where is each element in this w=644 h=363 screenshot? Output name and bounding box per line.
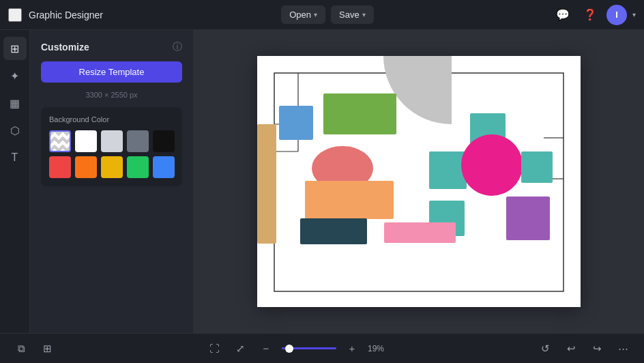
color-swatch-orange[interactable]	[75, 156, 97, 178]
comment-button[interactable]: 💬	[552, 4, 574, 26]
panel-title: Customize	[41, 42, 89, 53]
open-button[interactable]: Open ▾	[281, 5, 325, 24]
sidebar-item-shapes[interactable]: ⬡	[3, 119, 27, 142]
customize-panel: Customize ⓘ Resize Template 3300 × 2550 …	[30, 30, 194, 333]
canvas-shape-purple-rect[interactable]	[506, 197, 550, 240]
zoom-percentage: 19%	[368, 344, 388, 353]
canvas-shape-teal-rect-mr[interactable]	[521, 151, 553, 183]
canvas-shape-navy-rect[interactable]	[300, 218, 367, 244]
bottombar-center: ⛶ ⤢ − + 19%	[204, 338, 388, 359]
save-chevron-icon: ▾	[362, 11, 366, 18]
canvas-shape-blue-rect[interactable]	[279, 106, 313, 140]
color-swatch-black[interactable]	[153, 130, 175, 152]
canvas-shape-pink-rect[interactable]	[384, 222, 456, 243]
sidebar-item-template[interactable]: ⊞	[3, 37, 27, 60]
app-title: Graphic Designer	[29, 10, 103, 20]
sidebar-item-text[interactable]: T	[3, 146, 27, 169]
save-button[interactable]: Save ▾	[331, 5, 374, 24]
info-icon[interactable]: ⓘ	[173, 41, 182, 53]
bg-color-label: Background Color	[49, 115, 174, 124]
canvas-shape-beige-vert[interactable]	[257, 124, 276, 244]
avatar[interactable]: I	[606, 5, 627, 25]
zoom-in-button[interactable]: +	[342, 338, 362, 359]
bottombar-left: ⧉ ⊞	[11, 338, 57, 359]
main-area: ⊞ ✦ ▦ ⬡ T Customize ⓘ Resize Template 33…	[0, 30, 644, 333]
menu-button[interactable]	[8, 8, 22, 22]
fullscreen-button[interactable]: ⛶	[204, 338, 224, 359]
color-swatch-transparent[interactable]	[49, 130, 71, 152]
topbar-right: 💬 ❓ I ▾	[552, 4, 636, 26]
topbar-left: Graphic Designer	[8, 8, 103, 22]
bg-color-section: Background Color	[41, 107, 182, 186]
canvas-shape-green-rect[interactable]	[323, 93, 396, 134]
zoom-out-button[interactable]: −	[256, 338, 276, 359]
color-swatch-green[interactable]	[127, 156, 149, 178]
open-chevron-icon: ▾	[314, 11, 317, 18]
canvas-shape-orange-rect[interactable]	[305, 181, 394, 219]
bottombar-right: ↺ ↩ ↪ ⋯	[535, 338, 633, 359]
zoom-slider[interactable]	[282, 347, 336, 349]
color-swatch-yellow[interactable]	[101, 156, 123, 178]
color-grid	[49, 130, 174, 178]
dimensions-label: 3300 × 2550 px	[41, 91, 182, 99]
color-swatch-red[interactable]	[49, 156, 71, 178]
redo-button[interactable]: ↪	[587, 338, 607, 359]
icon-sidebar: ⊞ ✦ ▦ ⬡ T	[0, 30, 30, 333]
layers-icon-btn[interactable]: ⧉	[11, 338, 31, 359]
undo-button[interactable]: ↩	[561, 338, 581, 359]
color-swatch-blue[interactable]	[153, 156, 175, 178]
bottombar: ⧉ ⊞ ⛶ ⤢ − + 19% ↺ ↩ ↪ ⋯	[0, 333, 644, 363]
fit-screen-button[interactable]: ⤢	[230, 338, 250, 359]
color-swatch-white[interactable]	[75, 130, 97, 152]
topbar-center: Open ▾ Save ▾	[281, 5, 373, 24]
canvas-wrapper	[257, 56, 581, 307]
grid-icon-btn[interactable]: ⊞	[37, 338, 57, 359]
help-button[interactable]: ❓	[579, 4, 601, 26]
more-button[interactable]: ⋯	[613, 338, 633, 359]
sidebar-item-layers[interactable]: ▦	[3, 91, 27, 115]
sidebar-item-elements[interactable]: ✦	[3, 64, 27, 87]
account-chevron-icon[interactable]: ▾	[632, 11, 636, 18]
canvas-area[interactable]	[194, 30, 644, 333]
color-swatch-light-gray[interactable]	[101, 130, 123, 152]
panel-header: Customize ⓘ	[41, 41, 182, 53]
refresh-button[interactable]: ↺	[535, 338, 555, 359]
color-swatch-dark-gray[interactable]	[127, 130, 149, 152]
canvas-shape-pink-circle[interactable]	[461, 134, 523, 196]
resize-template-button[interactable]: Resize Template	[41, 61, 182, 83]
